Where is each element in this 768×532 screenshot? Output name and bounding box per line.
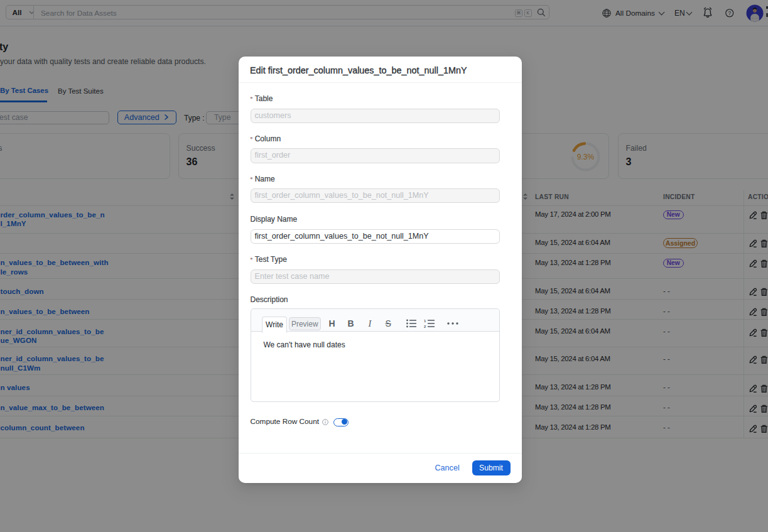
svg-text:1: 1 <box>424 319 426 323</box>
svg-text:2: 2 <box>424 325 426 328</box>
